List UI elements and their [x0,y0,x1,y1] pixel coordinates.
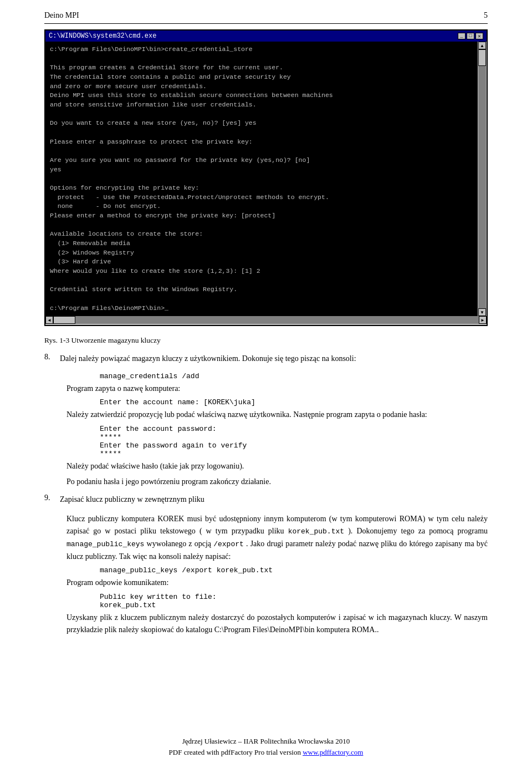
footer-pdf-text: PDF created with pdfFactory Pro trial ve… [169,748,301,756]
cmd-titlebar: C:\WINDOWS\system32\cmd.exe _ □ ✕ [45,30,487,42]
cmd-body: c:\Program Files\DeinoMPI\bin>create_cre… [45,42,487,316]
scrollbar-down-button[interactable]: ▼ [478,308,486,316]
section-8-intro-text: Dalej należy powiązać magazyn kluczy z u… [60,353,488,365]
maximize-button[interactable]: □ [467,33,474,39]
scrollbar-track [478,49,486,308]
footer-author-line: Jędrzej Ułasiewicz – IIAR Politechnika W… [0,737,532,746]
section-9-intro-text: Zapisać klucz publiczny w zewnętrznym pl… [60,494,488,506]
section-9-number: 9. [44,494,55,509]
scrollbar-up-button[interactable]: ▲ [478,42,486,49]
section-8-command1: manage_credentials /add [100,372,488,380]
section-9-command1: manage_public_keys /export korek_pub.txt [100,566,488,574]
section-9-inline-code1: korek_pub.txt [288,527,344,536]
page-header: Deino MPI 5 [44,11,488,24]
section-9-text2: Program odpowie komunikatem: [66,577,488,589]
section-8-command2: Enter the account name: [KOREK\juka] [100,398,488,406]
section-8-intro-row: 8. Dalej należy powiązać magazyn kluczy … [44,353,488,368]
minimize-button[interactable]: _ [458,33,466,39]
close-button[interactable]: ✕ [475,33,483,39]
cmd-title: C:\WINDOWS\system32\cmd.exe [49,32,156,40]
section-9-inline-code2: manage_public_keys [66,540,144,548]
section-9-text1c: wywołanego z opcją [147,540,211,548]
hscrollbar-left-button[interactable]: ◄ [45,316,53,324]
section-8-text3: Należy podać właściwe hasło (takie jak p… [66,460,488,472]
section-9-text1: Klucz publiczny komputera KOREK musi być… [66,513,488,563]
section-8-text4: Po podaniu hasła i jego powtórzeniu prog… [66,476,488,488]
header-page-number: 5 [484,11,488,20]
section-8: 8. Dalej należy powiązać magazyn kluczy … [44,353,488,488]
section-8-command3: Enter the account password: ***** Enter … [100,425,488,458]
scrollbar-thumb[interactable] [478,49,486,66]
header-title: Deino MPI [44,11,79,20]
section-9-intro-row: 9. Zapisać klucz publiczny w zewnętrznym… [44,494,488,509]
cmd-titlebar-buttons: _ □ ✕ [458,33,483,39]
cmd-scrollbar: ▲ ▼ [478,42,487,316]
section-9-command2: Public key written to file: korek_pub.tx… [100,593,488,609]
hscrollbar-right-button[interactable]: ► [479,316,487,324]
footer-pdf-line: PDF created with pdfFactory Pro trial ve… [0,748,532,757]
section-9-text3: Uzyskany plik z kluczem publicznym należ… [66,612,488,637]
cmd-content: c:\Program Files\DeinoMPI\bin>create_cre… [45,42,478,316]
footer-pdf-link[interactable]: www.pdffactory.com [303,748,363,756]
section-9-text1b: ). Dokonujemy tego za pomocą programu [348,527,488,535]
cmd-window: C:\WINDOWS\system32\cmd.exe _ □ ✕ c:\Pro… [44,29,488,326]
section-9-content: Klucz publiczny komputera KOREK musi być… [66,513,488,637]
page: Deino MPI 5 C:\WINDOWS\system32\cmd.exe … [0,0,532,768]
hscrollbar-track [53,316,479,324]
page-footer: Jędrzej Ułasiewicz – IIAR Politechnika W… [0,737,532,757]
section-8-text1: Program zapyta o nazwę komputera: [66,383,488,395]
section-8-text2: Należy zatwierdzić propozycję lub podać … [66,409,488,421]
section-9: 9. Zapisać klucz publiczny w zewnętrznym… [44,494,488,636]
section-9-inline-code3: /export [213,540,244,548]
cmd-hscrollbar: ◄ ► [45,316,487,325]
section-8-number: 8. [44,353,55,368]
hscrollbar-thumb[interactable] [53,316,75,324]
figure-caption: Rys. 1-3 Utworzenie magazynu kluczy [44,336,488,345]
section-8-content: manage_credentials /add Program zapyta o… [66,372,488,489]
